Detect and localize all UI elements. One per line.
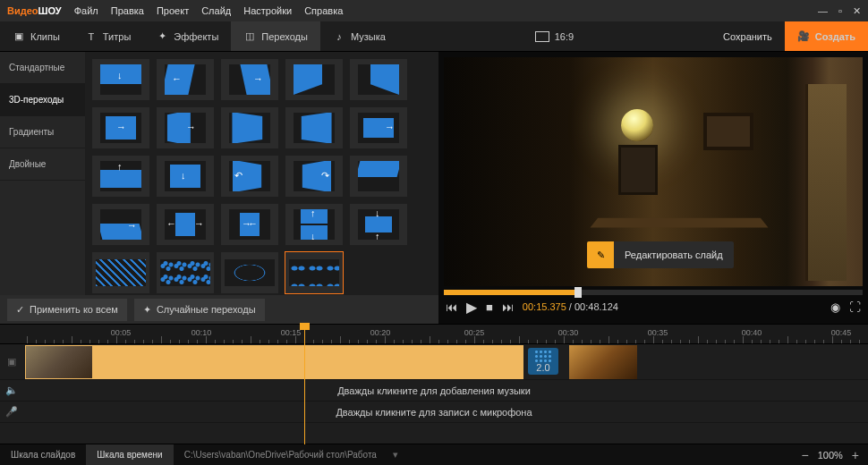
transition-thumb[interactable] bbox=[350, 156, 407, 197]
fullscreen-button[interactable]: ⛶ bbox=[849, 300, 861, 314]
minimize-icon[interactable]: — bbox=[818, 5, 828, 17]
menu-settings[interactable]: Настройки bbox=[243, 5, 292, 16]
transition-thumb[interactable]: ← bbox=[157, 59, 214, 100]
transition-thumb[interactable]: ↓↑ bbox=[350, 204, 407, 245]
snapshot-button[interactable]: ◉ bbox=[830, 300, 840, 314]
transition-thumb[interactable]: ↑↓ bbox=[285, 204, 343, 245]
cat-gradients[interactable]: Градиенты bbox=[0, 116, 85, 148]
transition-thumb[interactable]: ↑ bbox=[92, 156, 149, 197]
pencil-icon: ✎ bbox=[587, 241, 614, 268]
tab-clips[interactable]: ▣Клипы bbox=[0, 21, 72, 51]
transition-thumb[interactable] bbox=[350, 59, 407, 100]
menubar: ВидеоШОУ Файл Правка Проект Слайд Настро… bbox=[0, 0, 868, 21]
transition-thumb[interactable]: → bbox=[350, 107, 407, 148]
main-tabs: ▣Клипы TТитры ✦Эффекты ◫Переходы ♪Музыка… bbox=[0, 21, 868, 52]
main-area: Стандартные 3D-переходы Градиенты Двойны… bbox=[0, 52, 868, 324]
preview-panel: ✎ Редактировать слайд ⏮ ▶ ■ ⏭ 00:15.375 … bbox=[438, 52, 868, 324]
zoom-out-button[interactable]: − bbox=[801, 448, 808, 462]
transition-thumb[interactable] bbox=[221, 107, 278, 148]
time-ruler[interactable]: 00:0500:1000:1500:2000:2500:3000:3500:40… bbox=[0, 325, 868, 344]
transitions-icon: ◫ bbox=[243, 30, 256, 43]
ratio-icon bbox=[535, 31, 549, 42]
mic-track-hint[interactable]: 🎤 Дважды кликните для записи с микрофона bbox=[0, 402, 868, 423]
timeline: 00:0500:1000:1500:2000:2500:3000:3500:40… bbox=[0, 324, 868, 444]
playhead[interactable] bbox=[304, 325, 305, 444]
clip-thumbnail bbox=[26, 346, 92, 378]
tab-transitions[interactable]: ◫Переходы bbox=[231, 21, 320, 51]
transition-thumb[interactable]: → bbox=[92, 204, 149, 245]
edit-slide-button[interactable]: ✎ Редактировать слайд bbox=[587, 241, 734, 268]
play-button[interactable]: ▶ bbox=[466, 299, 477, 316]
seek-handle[interactable] bbox=[574, 287, 582, 298]
aspect-ratio[interactable]: 16:9 bbox=[524, 21, 584, 51]
transition-thumb[interactable]: ↷ bbox=[285, 156, 343, 197]
transition-thumb[interactable]: →← bbox=[221, 204, 278, 245]
transition-thumb[interactable]: ←→ bbox=[157, 204, 214, 245]
create-button[interactable]: 🎥Создать bbox=[785, 21, 868, 51]
transition-thumb[interactable] bbox=[221, 252, 278, 293]
close-icon[interactable]: ✕ bbox=[853, 5, 861, 17]
video-track-icon: ▣ bbox=[0, 356, 23, 368]
transition-thumb[interactable] bbox=[285, 59, 343, 100]
zoom-level: 100% bbox=[818, 450, 843, 461]
transition-thumb[interactable]: ↓ bbox=[157, 156, 214, 197]
timeline-clip[interactable] bbox=[569, 345, 637, 379]
cat-double[interactable]: Двойные bbox=[0, 148, 85, 181]
cat-standard[interactable]: Стандартные bbox=[0, 52, 85, 84]
titles-icon: T bbox=[85, 30, 98, 43]
path-dropdown-icon[interactable]: ▾ bbox=[393, 449, 398, 461]
playback-controls: ⏮ ▶ ■ ⏭ 00:15.375 / 00:48.124 ◉ ⛶ bbox=[444, 295, 863, 318]
tab-effects[interactable]: ✦Эффекты bbox=[143, 21, 231, 51]
transition-thumb[interactable]: → bbox=[157, 107, 214, 148]
wand-icon: ✦ bbox=[143, 304, 151, 316]
mic-track-icon: 🎤 bbox=[5, 406, 18, 418]
transition-thumb[interactable] bbox=[157, 252, 214, 293]
transition-clip[interactable]: 2.0 bbox=[528, 348, 558, 375]
transition-thumb[interactable]: ↓ bbox=[92, 59, 149, 100]
tab-music[interactable]: ♪Музыка bbox=[320, 21, 398, 51]
window-controls: — ▫ ✕ bbox=[818, 5, 861, 17]
view-timeline-button[interactable]: Шкала времени bbox=[86, 444, 173, 465]
view-slides-button[interactable]: Шкала слайдов bbox=[0, 444, 86, 465]
cat-3d[interactable]: 3D-переходы bbox=[0, 84, 85, 116]
save-button[interactable]: Сохранить bbox=[711, 21, 785, 51]
edit-slide-label: Редактировать слайд bbox=[614, 249, 734, 260]
maximize-icon[interactable]: ▫ bbox=[838, 5, 842, 17]
transition-thumb[interactable] bbox=[92, 252, 149, 293]
transitions-grid: ↓ ← → → → → ↑ ↓ ↶ ↷ bbox=[85, 52, 438, 295]
random-button[interactable]: ✦Случайные переходы bbox=[134, 299, 265, 321]
transition-thumb[interactable] bbox=[285, 107, 343, 148]
time-display: 00:15.375 / 00:48.124 bbox=[523, 301, 618, 312]
music-icon: ♪ bbox=[333, 30, 345, 43]
transition-thumb[interactable]: ↶ bbox=[221, 156, 278, 197]
transition-thumb-selected[interactable] bbox=[285, 252, 343, 293]
video-track[interactable]: ▣ 2.0 bbox=[0, 344, 868, 380]
timeline-clip[interactable] bbox=[25, 345, 523, 379]
clips-icon: ▣ bbox=[13, 30, 25, 43]
project-path: C:\Users\vaban\OneDrive\Рабочий стол\Раб… bbox=[174, 450, 387, 460]
effects-icon: ✦ bbox=[156, 30, 168, 43]
menu-help[interactable]: Справка bbox=[304, 5, 343, 16]
zoom-in-button[interactable]: + bbox=[852, 448, 859, 462]
camera-icon: 🎥 bbox=[797, 30, 810, 42]
menu-project[interactable]: Проект bbox=[157, 5, 189, 16]
apply-all-button[interactable]: ✓Применить ко всем bbox=[7, 299, 127, 321]
menu-slide[interactable]: Слайд bbox=[201, 5, 231, 16]
transitions-panel: Стандартные 3D-переходы Градиенты Двойны… bbox=[0, 52, 438, 324]
app-logo: ВидеоШОУ bbox=[7, 5, 62, 16]
transition-thumb[interactable]: → bbox=[92, 107, 149, 148]
category-list: Стандартные 3D-переходы Градиенты Двойны… bbox=[0, 52, 85, 295]
next-button[interactable]: ⏭ bbox=[502, 300, 514, 314]
transition-thumb[interactable]: → bbox=[221, 59, 278, 100]
panel-actions: ✓Применить ко всем ✦Случайные переходы bbox=[0, 295, 438, 324]
check-icon: ✓ bbox=[16, 304, 24, 316]
statusbar: Шкала слайдов Шкала времени C:\Users\vab… bbox=[0, 444, 868, 465]
music-track-hint[interactable]: 🔈 Дважды кликните для добавления музыки bbox=[0, 380, 868, 402]
menu-file[interactable]: Файл bbox=[74, 5, 98, 16]
preview-viewport[interactable]: ✎ Редактировать слайд bbox=[444, 57, 863, 286]
menu-edit[interactable]: Правка bbox=[111, 5, 144, 16]
tab-titles[interactable]: TТитры bbox=[72, 21, 143, 51]
seek-bar[interactable] bbox=[444, 290, 863, 295]
stop-button[interactable]: ■ bbox=[486, 300, 493, 314]
prev-button[interactable]: ⏮ bbox=[446, 300, 457, 314]
